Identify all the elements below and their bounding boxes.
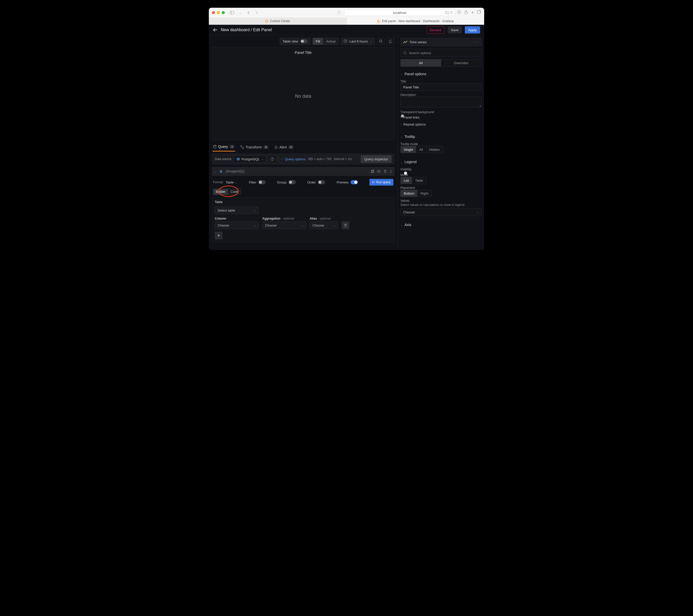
tab-overrides[interactable]: Overrides bbox=[441, 59, 481, 66]
trash-icon[interactable] bbox=[383, 170, 387, 173]
visualization-picker[interactable]: Time series ⌄ › bbox=[400, 38, 481, 46]
chevron-down-icon[interactable]: ⌄ bbox=[237, 9, 243, 16]
query-a-header[interactable]: ⌄ A (PostgreSQL) bbox=[212, 167, 394, 176]
close-window-icon[interactable] bbox=[212, 11, 215, 14]
time-range-label: Last 6 hours bbox=[349, 39, 368, 43]
query-inspector-button[interactable]: Query inspector bbox=[361, 155, 392, 163]
column-select[interactable]: Choose ⌄ bbox=[215, 221, 259, 229]
alias-select[interactable]: Choose ⌄ bbox=[310, 221, 338, 229]
builder-mode[interactable]: Builder bbox=[213, 189, 228, 195]
download-icon[interactable] bbox=[457, 10, 461, 16]
title-input[interactable] bbox=[400, 83, 481, 91]
query-options-link[interactable]: Query options bbox=[285, 157, 306, 161]
discard-button[interactable]: Discard bbox=[427, 26, 444, 34]
datasource-picker[interactable]: PostgreSQL ⌄ bbox=[234, 155, 266, 163]
browser-tab-grafana[interactable]: Edit panel - New dashboard - Dashboards … bbox=[346, 18, 484, 25]
apply-button[interactable]: Apply bbox=[465, 26, 480, 34]
format-select[interactable]: Table ⌄ bbox=[225, 180, 237, 184]
table-field-label: Table bbox=[215, 200, 392, 204]
svg-point-22 bbox=[378, 171, 379, 172]
preview-toggle[interactable] bbox=[351, 180, 358, 184]
drag-handle-icon[interactable] bbox=[390, 170, 392, 173]
window-controls[interactable] bbox=[212, 11, 225, 14]
legend-right[interactable]: Right bbox=[417, 190, 431, 197]
title-field-label: Title bbox=[400, 80, 481, 83]
aggregation-select[interactable]: Choose ⌄ bbox=[262, 221, 306, 229]
query-ref-id[interactable]: A bbox=[219, 169, 223, 174]
forward-icon[interactable] bbox=[254, 9, 260, 16]
tab-query[interactable]: Query 1 bbox=[213, 142, 235, 152]
svg-point-28 bbox=[391, 172, 392, 173]
legend-bottom[interactable]: Bottom bbox=[401, 190, 417, 197]
tab-all[interactable]: All bbox=[401, 59, 441, 66]
run-query-button[interactable]: Run query bbox=[370, 179, 393, 185]
code-mode[interactable]: Code bbox=[228, 189, 240, 195]
datasource-help-icon[interactable]: ? bbox=[269, 155, 276, 163]
legend-table[interactable]: Table bbox=[412, 177, 426, 184]
legend-mode-group[interactable]: List Table bbox=[400, 177, 427, 184]
axis-heading[interactable]: ⌄ Axis bbox=[400, 221, 481, 228]
shield-icon[interactable] bbox=[336, 9, 342, 16]
add-column-button[interactable]: + bbox=[215, 232, 222, 239]
table-select[interactable]: Select table ⌄ bbox=[215, 206, 259, 214]
url-bar[interactable]: localhost bbox=[344, 9, 455, 16]
fill-option[interactable]: Fill bbox=[313, 38, 323, 45]
datasource-label: Data source bbox=[215, 157, 232, 161]
eye-icon[interactable] bbox=[377, 170, 381, 173]
share-icon[interactable] bbox=[464, 10, 468, 16]
group-toggle[interactable] bbox=[289, 180, 296, 184]
chevron-down-icon[interactable]: ⌄ bbox=[214, 170, 216, 173]
panel-options-heading[interactable]: ⌄ Panel options bbox=[400, 71, 481, 78]
back-icon[interactable] bbox=[245, 9, 252, 16]
time-range-picker[interactable]: Last 6 hours ⌄ bbox=[341, 38, 375, 45]
tooltip-single[interactable]: Single bbox=[401, 146, 416, 153]
table-view-toggle[interactable] bbox=[300, 39, 308, 43]
tooltip-hidden[interactable]: Hidden bbox=[426, 146, 443, 153]
actual-option[interactable]: Actual bbox=[323, 38, 338, 45]
search-placeholder: Search options bbox=[409, 51, 431, 55]
order-toggle[interactable] bbox=[318, 180, 325, 184]
back-arrow-icon[interactable] bbox=[213, 28, 218, 32]
sidebar-icon[interactable] bbox=[229, 9, 235, 16]
tooltip-mode-group[interactable]: Single All Hidden bbox=[400, 146, 443, 153]
minimize-window-icon[interactable] bbox=[217, 11, 220, 14]
chevron-down-icon: ⌄ bbox=[254, 209, 256, 212]
panel-links-heading[interactable]: › Panel links bbox=[400, 114, 481, 121]
svg-rect-3 bbox=[447, 12, 449, 14]
tooltip-heading[interactable]: ⌄ Tooltip bbox=[400, 133, 481, 140]
chevron-down-icon: ⌄ bbox=[261, 158, 263, 161]
save-button[interactable]: Save bbox=[448, 26, 462, 34]
builder-code-toggle[interactable]: Builder Code bbox=[213, 189, 241, 195]
legend-heading[interactable]: ⌄ Legend bbox=[400, 158, 481, 165]
reload-icon[interactable] bbox=[450, 11, 453, 14]
copy-icon[interactable] bbox=[371, 170, 374, 173]
legend-values-select[interactable]: Choose ⌄ bbox=[400, 208, 481, 216]
legend-placement-group[interactable]: Bottom Right bbox=[400, 190, 432, 197]
zoom-out-icon[interactable] bbox=[377, 38, 385, 45]
tab-alert[interactable]: Alert 0 bbox=[274, 143, 294, 151]
svg-point-15 bbox=[214, 145, 216, 146]
filter-toggle[interactable] bbox=[258, 180, 265, 184]
query-ds-label: (PostgreSQL) bbox=[225, 170, 244, 173]
tabs-overview-icon[interactable] bbox=[477, 10, 481, 16]
column-field-label: Column bbox=[215, 217, 259, 220]
browser-tab-control-center[interactable]: Control Center bbox=[209, 18, 346, 25]
chevron-down-icon: ⌄ bbox=[254, 224, 256, 227]
new-tab-icon[interactable]: + bbox=[471, 10, 474, 16]
chevron-down-icon: ⌄ bbox=[477, 211, 479, 214]
tab-transform[interactable]: Transform 0 bbox=[240, 143, 269, 151]
chevron-right-icon[interactable]: › bbox=[281, 158, 282, 161]
svg-rect-21 bbox=[372, 170, 374, 172]
description-input[interactable] bbox=[400, 97, 481, 107]
chevron-right-icon[interactable]: › bbox=[478, 41, 479, 43]
refresh-icon[interactable] bbox=[387, 38, 394, 45]
translate-icon[interactable] bbox=[445, 11, 449, 14]
legend-list[interactable]: List bbox=[401, 177, 412, 184]
tooltip-all[interactable]: All bbox=[416, 146, 426, 153]
table-view-toggle-group[interactable]: Table view bbox=[280, 38, 311, 45]
maximize-window-icon[interactable] bbox=[222, 11, 225, 14]
fill-actual-toggle[interactable]: Fill Actual bbox=[313, 38, 339, 45]
options-search[interactable]: Search options bbox=[400, 49, 481, 57]
remove-column-button[interactable] bbox=[342, 221, 349, 229]
repeat-options-heading[interactable]: › Repeat options bbox=[400, 121, 481, 128]
